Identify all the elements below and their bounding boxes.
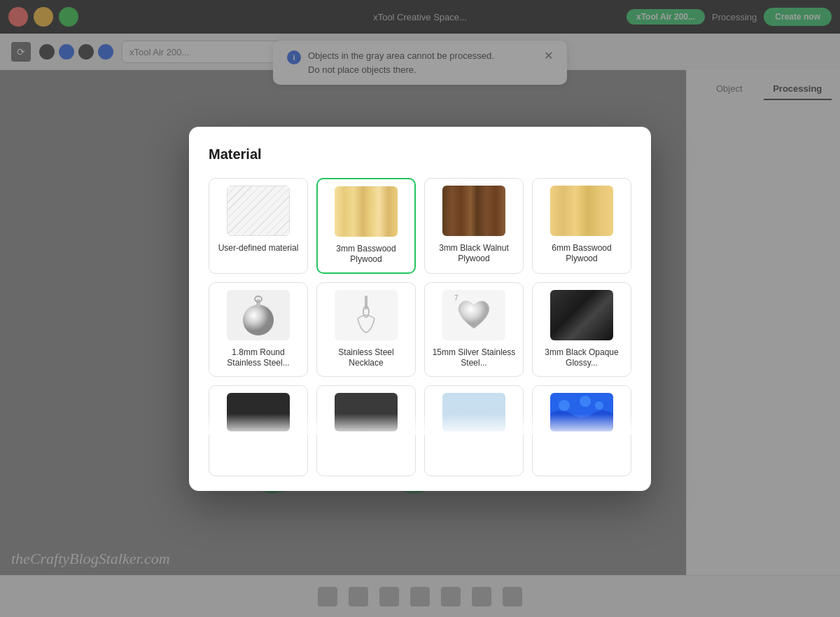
modal-overlay: Material User-defined material 3mm Bassw… (0, 0, 840, 617)
material-card-dark-slate[interactable] (209, 385, 308, 476)
light-blue-texture-icon (442, 393, 505, 431)
svg-point-25 (595, 401, 603, 410)
material-thumb-silver-heart: 7 (442, 290, 505, 340)
material-card-necklace[interactable]: Stainless Steel Necklace (316, 282, 416, 377)
material-thumb-black-glossy (550, 290, 613, 340)
material-grid: User-defined material 3mm Basswood Plywo… (209, 178, 631, 476)
material-thumb-blue-wavy (550, 393, 613, 431)
blue-wavy-texture-icon (550, 393, 613, 431)
material-thumb-necklace (335, 290, 398, 340)
material-label-silver-heart: 15mm Silver Stainless Steel... (430, 347, 517, 369)
material-card-silver-heart[interactable]: 7 15mm Silver Stainless (424, 282, 524, 377)
material-label-walnut: 3mm Black Walnut Plywood (430, 243, 517, 265)
svg-rect-20 (365, 296, 368, 310)
material-label-user-defined: User-defined material (218, 243, 299, 254)
modal-title: Material (209, 146, 631, 162)
walnut-texture-icon (442, 186, 505, 236)
material-label-necklace: Stainless Steel Necklace (323, 347, 410, 369)
material-thumb-dark-slate (227, 393, 290, 431)
material-label-steel-round: 1.8mm Round Stainless Steel... (215, 347, 302, 369)
material-card-steel-round[interactable]: 1.8mm Round Stainless Steel... (209, 282, 308, 377)
material-card-walnut[interactable]: 3mm Black Walnut Plywood (424, 178, 524, 274)
steel-round-icon (227, 290, 290, 340)
modal-footer: Material EasySet Library Cancel Confirm (209, 487, 631, 491)
material-card-3mm-basswood[interactable]: 3mm Basswood Plywood (316, 178, 416, 274)
hatch-pattern-icon (227, 186, 290, 236)
dark-slate-texture-icon (227, 393, 290, 431)
material-thumb-light-blue (442, 393, 505, 431)
material-card-dark-grey[interactable] (316, 385, 416, 476)
necklace-icon (335, 290, 398, 340)
material-thumb-user-defined (227, 186, 290, 236)
material-thumb-dark-grey (335, 393, 398, 431)
material-card-light-blue[interactable] (424, 385, 524, 476)
material-thumb-3mm-basswood (335, 186, 398, 237)
basswood-texture-icon (335, 186, 398, 237)
material-modal: Material User-defined material 3mm Bassw… (189, 127, 651, 491)
material-label-black-glossy: 3mm Black Opaque Glossy... (538, 347, 625, 369)
svg-point-24 (580, 396, 591, 407)
basswood6-texture-icon (550, 186, 613, 236)
material-thumb-steel-round (227, 290, 290, 340)
material-card-blue-wavy[interactable] (532, 385, 631, 476)
black-glossy-texture-icon (550, 290, 613, 340)
svg-point-23 (559, 400, 570, 411)
svg-point-17 (243, 305, 274, 335)
material-card-user-defined[interactable]: User-defined material (209, 178, 308, 274)
material-thumb-6mm-basswood (550, 186, 613, 236)
svg-text:7: 7 (454, 294, 458, 302)
material-card-6mm-basswood[interactable]: 6mm Basswood Plywood (532, 178, 631, 274)
material-label-3mm-basswood: 3mm Basswood Plywood (323, 244, 409, 265)
dark-grey-texture-icon (335, 393, 398, 431)
heart-icon: 7 (442, 290, 505, 340)
material-card-black-glossy[interactable]: 3mm Black Opaque Glossy... (532, 282, 631, 377)
material-label-6mm-basswood: 6mm Basswood Plywood (538, 243, 625, 265)
svg-rect-18 (256, 299, 260, 307)
material-thumb-walnut (442, 186, 505, 236)
